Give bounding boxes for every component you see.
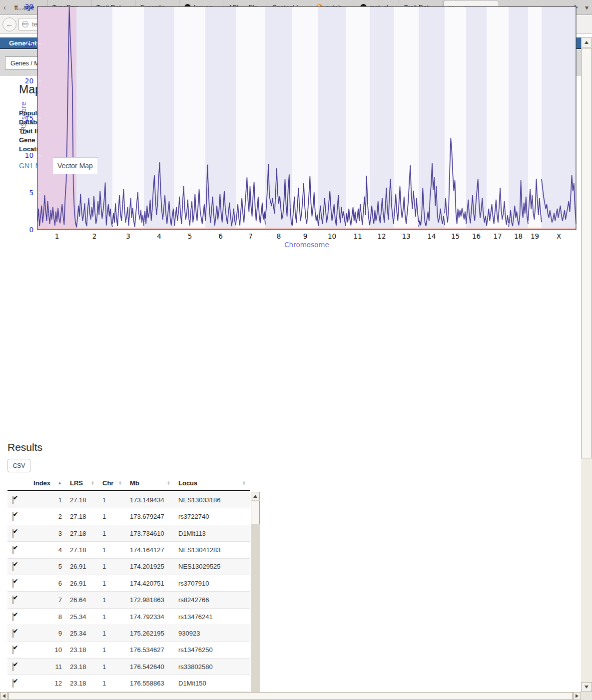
sort-toggle-icon[interactable]: ▲▼ xyxy=(118,480,122,485)
cell-chr: 1 xyxy=(98,496,126,504)
sort-toggle-icon[interactable]: ▲▼ xyxy=(242,480,246,485)
cell-mb: 173.734610 xyxy=(126,530,174,537)
cell-chr: 1 xyxy=(98,663,126,671)
page-scroll-right-icon[interactable] xyxy=(573,692,581,700)
table-scroll-up-icon[interactable] xyxy=(251,492,260,500)
cell-index: 12 xyxy=(32,680,66,687)
cell-locus: NES13033186 xyxy=(174,496,250,504)
row-checkbox[interactable] xyxy=(12,596,13,604)
row-checkbox[interactable] xyxy=(12,496,13,504)
cell-lrs: 23.18 xyxy=(66,663,98,671)
table-row: 726.641172.981863rs8242766 xyxy=(7,592,250,608)
chromosome-band-17 xyxy=(487,6,509,230)
table-row: 626.911174.420751rs3707910 xyxy=(7,575,250,592)
cell-locus: 930923 xyxy=(174,630,250,637)
y-tick-label: 25 xyxy=(25,40,33,48)
cell-lrs: 27.18 xyxy=(66,546,98,554)
cell-chr: 1 xyxy=(98,563,126,570)
cell-index: 10 xyxy=(32,646,66,654)
column-header-lrs[interactable]: LRS▲▼ xyxy=(66,479,98,487)
chromosome-band-18 xyxy=(509,6,528,230)
y-tick-label: 5 xyxy=(29,189,33,197)
cell-mb: 172.981863 xyxy=(126,596,174,604)
table-row: 1223.181176.558863D1Mit150 xyxy=(7,675,250,692)
table-row: 526.911174.201925NES13029525 xyxy=(7,559,250,575)
cell-lrs: 26.64 xyxy=(66,596,98,604)
cell-locus: rs8242766 xyxy=(174,596,250,604)
x-tick-label: 9 xyxy=(303,232,308,240)
x-tick-label: 17 xyxy=(493,232,502,240)
x-tick-label: 4 xyxy=(157,232,161,240)
cell-lrs: 25.34 xyxy=(66,613,98,621)
cell-select xyxy=(7,596,32,604)
row-checkbox[interactable] xyxy=(12,663,13,671)
cell-locus: NES13029525 xyxy=(174,563,250,570)
x-tick-label: 1 xyxy=(55,232,59,240)
x-tick-label: 7 xyxy=(248,232,253,240)
x-axis-title: Chromosome xyxy=(284,241,329,249)
csv-export-button[interactable]: CSV xyxy=(7,459,30,472)
sort-toggle-icon[interactable]: ▲▼ xyxy=(91,480,94,485)
x-tick-label: X xyxy=(557,232,561,240)
x-tick-label: 10 xyxy=(328,232,336,240)
cell-locus: rs33802580 xyxy=(174,663,250,671)
cell-mb: 173.149434 xyxy=(126,496,174,504)
cell-index: 6 xyxy=(32,580,66,587)
page-scroll-left-icon[interactable] xyxy=(0,692,8,700)
cell-locus: D1Mit113 xyxy=(174,530,250,537)
cell-index: 5 xyxy=(32,563,66,570)
x-tick-label: 2 xyxy=(92,232,97,240)
table-scrollbar-thumb[interactable] xyxy=(251,501,260,524)
cell-select xyxy=(7,530,32,537)
cell-select xyxy=(7,496,32,504)
page-vertical-scrollbar-thumb[interactable] xyxy=(581,48,592,458)
column-header-locus[interactable]: Locus▲▼ xyxy=(174,479,250,487)
sort-toggle-icon[interactable]: ▲▼ xyxy=(167,480,170,485)
cell-select xyxy=(7,563,32,570)
cell-lrs: 27.18 xyxy=(66,496,98,504)
page-scroll-down-icon[interactable] xyxy=(581,682,592,692)
cell-select xyxy=(7,613,32,621)
chromosome-band-2 xyxy=(76,6,112,230)
cell-index: 4 xyxy=(32,546,66,554)
x-tick-label: 6 xyxy=(218,232,223,240)
row-checkbox[interactable] xyxy=(12,529,13,538)
row-checkbox[interactable] xyxy=(12,679,13,688)
tab-vector-map[interactable]: Vector Map xyxy=(53,157,97,174)
cell-index: 2 xyxy=(32,513,66,520)
sort-ascending-icon[interactable]: ▲ xyxy=(57,480,62,485)
row-checkbox[interactable] xyxy=(12,579,13,588)
cell-index: 1 xyxy=(32,496,66,504)
column-header-mb[interactable]: Mb▲▼ xyxy=(126,479,174,487)
row-checkbox[interactable] xyxy=(12,562,13,571)
column-header-chr[interactable]: Chr▲▼ xyxy=(98,479,126,487)
cell-lrs: 26.91 xyxy=(66,580,98,587)
cell-lrs: 27.18 xyxy=(66,530,98,537)
chromosome-band-13 xyxy=(394,6,419,230)
page-scroll-up-icon[interactable] xyxy=(581,37,592,47)
row-checkbox[interactable] xyxy=(12,613,13,621)
page-horizontal-scrollbar-thumb[interactable] xyxy=(8,692,573,700)
cell-chr: 1 xyxy=(98,630,126,637)
x-tick-label: 12 xyxy=(377,232,386,240)
y-axis-title: LRS score xyxy=(19,101,27,134)
cell-lrs: 23.18 xyxy=(66,646,98,654)
cell-lrs: 27.18 xyxy=(66,513,98,520)
column-header-index[interactable]: Index▲ xyxy=(32,479,66,487)
row-checkbox[interactable] xyxy=(12,646,13,654)
row-checkbox[interactable] xyxy=(12,546,13,554)
cell-index: 9 xyxy=(32,630,66,637)
x-tick-label: 11 xyxy=(353,232,362,240)
x-tick-label: 18 xyxy=(514,232,523,240)
row-checkbox[interactable] xyxy=(12,629,13,638)
cell-index: 8 xyxy=(32,613,66,621)
cell-mb: 174.164127 xyxy=(126,546,174,554)
row-checkbox[interactable] xyxy=(12,512,13,521)
table-row: 427.181174.164127NES13041283 xyxy=(7,542,250,558)
table-row: 127.181173.149434NES13033186 xyxy=(7,492,250,508)
x-tick-label: 14 xyxy=(427,232,436,240)
chromosome-band-3 xyxy=(112,6,144,230)
genome-lrs-chart[interactable]: 0510152025301234567891011121314151617181… xyxy=(0,0,592,252)
table-row: 825.341174.792334rs13476241 xyxy=(7,609,250,625)
cell-chr: 1 xyxy=(98,580,126,587)
